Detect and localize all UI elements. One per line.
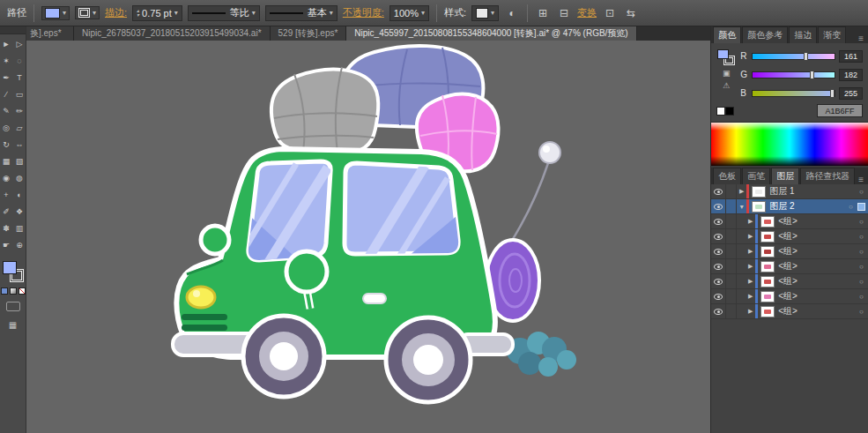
target-circle[interactable]: ○ (855, 188, 868, 196)
gradient-mode-button[interactable] (10, 287, 17, 295)
direct-selection-tool[interactable]: ▷ (13, 36, 26, 53)
layer-thumbnail[interactable] (760, 291, 775, 302)
arrange-icon[interactable]: ⇆ (623, 5, 639, 21)
stroke-weight-field[interactable]: ▴▾ 0.75 pt ▾ (132, 5, 182, 21)
hex-value-field[interactable]: A1B6FF (817, 104, 863, 117)
lock-cell[interactable] (726, 199, 737, 213)
column-graph-tool[interactable]: ▥ (13, 220, 26, 237)
sublayer-row[interactable]: ▶ <组> ○ (711, 289, 868, 304)
layer-thumbnail[interactable] (760, 306, 775, 317)
visibility-toggle[interactable] (711, 244, 726, 258)
align-horizontal-icon[interactable]: ⊞ (535, 5, 551, 21)
tab-pathfinder[interactable]: 路径查找器 (800, 168, 855, 184)
blend-tool[interactable]: ❖ (13, 204, 26, 220)
selection-tool[interactable]: ► (0, 36, 12, 53)
target-circle[interactable]: ○ (855, 218, 868, 226)
scale-tool[interactable]: ⇔ (13, 137, 26, 153)
stroke-panel-link[interactable]: 描边: (105, 6, 127, 19)
style-select[interactable]: ▾ (471, 5, 499, 21)
brush-definition-select[interactable]: 基本 ▾ (265, 5, 338, 21)
symbol-sprayer-tool[interactable]: ✽ (0, 220, 12, 237)
pen-tool[interactable]: ✒ (0, 70, 12, 86)
red-slider[interactable] (752, 53, 835, 60)
color-spectrum[interactable] (711, 122, 868, 166)
expand-icon[interactable]: ▶ (746, 233, 755, 240)
luggage-gray[interactable] (271, 67, 378, 153)
black-white-swatches[interactable] (716, 107, 734, 116)
width-tool[interactable]: ▦ (0, 153, 12, 170)
tab-swatches[interactable]: 色板 (713, 168, 741, 184)
expand-icon[interactable]: ▶ (746, 293, 755, 300)
blue-slider[interactable] (752, 90, 835, 97)
paintbrush-tool[interactable]: ✎ (0, 103, 12, 120)
sublayer-name[interactable]: <组> (777, 275, 855, 287)
expand-icon[interactable]: ▶ (746, 263, 755, 270)
target-circle[interactable]: ○ (844, 203, 857, 211)
zoom-tool[interactable]: ⊕ (13, 237, 26, 254)
visibility-toggle[interactable] (711, 214, 726, 228)
visibility-toggle[interactable] (711, 184, 726, 198)
document-tab[interactable]: 529 [转换].eps* (271, 26, 347, 41)
lock-cell[interactable] (726, 259, 737, 273)
slider-thumb[interactable] (830, 89, 835, 98)
visibility-toggle[interactable] (711, 289, 726, 303)
perspective-grid-tool[interactable]: ◍ (13, 170, 26, 187)
rectangle-tool[interactable]: ▭ (13, 86, 26, 103)
visibility-toggle[interactable] (711, 259, 726, 273)
shape-builder-tool[interactable]: ◉ (0, 170, 12, 187)
layer-thumbnail[interactable] (752, 201, 766, 213)
transform-link[interactable]: 变换 (577, 6, 597, 19)
eyedropper-tool[interactable]: ✐ (0, 204, 12, 220)
target-circle[interactable]: ○ (855, 278, 868, 286)
tools-panel-header[interactable] (0, 26, 26, 34)
car[interactable] (173, 149, 513, 402)
grid-icon[interactable]: ▦ (9, 320, 17, 330)
layer-thumbnail[interactable] (760, 246, 775, 258)
expand-icon[interactable]: ▶ (737, 188, 746, 195)
sublayer-row[interactable]: ▶ <组> ○ (711, 259, 868, 274)
fill-color-swatch[interactable] (717, 49, 729, 59)
sublayer-name[interactable]: <组> (777, 215, 855, 228)
front-wheel[interactable] (243, 316, 324, 397)
hand-tool[interactable]: ☛ (0, 237, 12, 254)
fill-stroke-proxy[interactable] (717, 49, 735, 65)
target-circle[interactable]: ○ (855, 263, 868, 271)
fill-stroke-proxy[interactable] (3, 261, 24, 282)
free-transform-tool[interactable]: ▧ (13, 153, 26, 170)
rotate-tool[interactable]: ↻ (0, 137, 12, 153)
tab-color[interactable]: 颜色 (713, 26, 741, 43)
layer-name[interactable]: 图层 1 (768, 185, 855, 198)
layer-thumbnail[interactable] (760, 231, 775, 243)
lock-cell[interactable] (726, 304, 737, 318)
lock-cell[interactable] (726, 184, 737, 198)
layer-row-selected[interactable]: ▼ 图层 2 ○ (711, 199, 868, 214)
tab-gradient[interactable]: 渐变 (818, 26, 846, 43)
color-mode-button[interactable] (1, 287, 8, 295)
layer-row[interactable]: ▶ 图层 1 ○ (711, 184, 868, 199)
document-tab[interactable]: Nipic_26785037_20180515203915499034.ai* (74, 26, 271, 41)
sublayer-row[interactable]: ▶ <组> ○ (711, 229, 868, 244)
car-illustration[interactable] (26, 41, 710, 433)
sublayer-name[interactable]: <组> (777, 245, 855, 258)
tab-brushes[interactable]: 画笔 (742, 168, 770, 184)
type-tool[interactable]: T (13, 70, 26, 86)
exhaust-smoke[interactable] (507, 332, 576, 377)
recolor-artwork-icon[interactable]: ◐ (504, 5, 520, 21)
none-mode-button[interactable] (19, 287, 26, 295)
lock-cell[interactable] (726, 214, 737, 228)
stepper-arrows-icon[interactable]: ▴▾ (137, 9, 139, 18)
layer-name[interactable]: 图层 2 (768, 200, 844, 213)
lock-cell[interactable] (726, 274, 737, 288)
expand-icon[interactable]: ▶ (746, 278, 755, 285)
canvas[interactable] (26, 41, 710, 433)
sublayer-name[interactable]: <组> (777, 290, 855, 302)
panel-menu-icon[interactable]: ≡ (856, 34, 866, 43)
sublayer-row[interactable]: ▶ <组> ○ (711, 274, 868, 289)
tab-color-guide[interactable]: 颜色参考 (742, 26, 788, 43)
rear-wheel[interactable] (386, 317, 471, 402)
layer-thumbnail[interactable] (752, 186, 766, 198)
blue-value-field[interactable]: 255 (839, 87, 863, 100)
sublayer-name[interactable]: <组> (777, 305, 855, 317)
red-value-field[interactable]: 161 (839, 50, 863, 63)
sublayer-row[interactable]: ▶ <组> ○ (711, 214, 868, 229)
